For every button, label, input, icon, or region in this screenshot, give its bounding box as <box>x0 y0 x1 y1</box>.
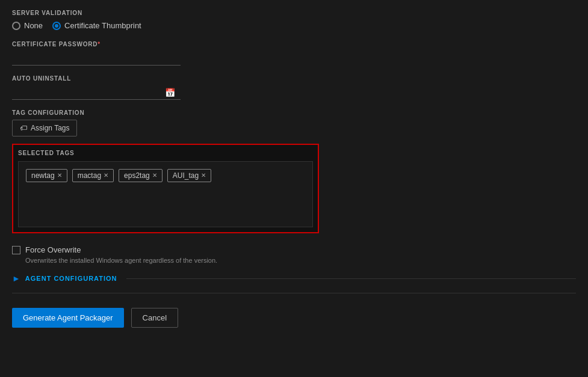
agent-config-title: AGENT CONFIGURATION <box>25 275 117 282</box>
date-input-wrapper: 📅 <box>12 85 181 100</box>
agent-config-header[interactable]: ► AGENT CONFIGURATION <box>12 274 576 283</box>
radio-certificate-circle[interactable] <box>52 22 61 30</box>
tag-aui-tag-remove[interactable]: ✕ <box>201 173 206 179</box>
tag-newtag-remove[interactable]: ✕ <box>57 173 62 179</box>
chevron-right-icon: ► <box>12 274 20 283</box>
selected-tags-inner: newtag ✕ mactag ✕ eps2tag ✕ AUI_tag ✕ <box>18 161 313 227</box>
cert-password-input[interactable] <box>12 51 181 66</box>
tag-newtag-label: newtag <box>31 171 55 180</box>
assign-tags-label: Assign Tags <box>31 124 69 132</box>
auto-uninstall-input[interactable] <box>12 85 162 99</box>
radio-certificate[interactable]: Certificate Thumbprint <box>52 21 141 30</box>
tag-config-label: TAG CONFIGURATION <box>12 109 576 116</box>
tags-row: newtag ✕ mactag ✕ eps2tag ✕ AUI_tag ✕ <box>26 169 305 182</box>
auto-uninstall-label: AUTO UNINSTALL <box>12 75 576 82</box>
tag-eps2tag-remove[interactable]: ✕ <box>152 173 157 179</box>
calendar-icon[interactable]: 📅 <box>162 87 178 99</box>
tag-chip-eps2tag: eps2tag ✕ <box>119 169 162 182</box>
force-overwrite-description: Overwrites the installed Windows agent r… <box>25 257 576 264</box>
force-overwrite-checkbox[interactable] <box>12 246 20 254</box>
required-indicator: * <box>97 41 101 48</box>
footer-buttons: Generate Agent Packager Cancel <box>12 308 576 328</box>
radio-none-label: None <box>24 21 43 30</box>
tag-chip-aui-tag: AUI_tag ✕ <box>167 169 211 182</box>
generate-button[interactable]: Generate Agent Packager <box>12 308 124 328</box>
tag-mactag-remove[interactable]: ✕ <box>104 173 108 179</box>
selected-tags-label: SELECTED TAGS <box>18 150 313 156</box>
tag-chip-newtag: newtag ✕ <box>26 169 67 182</box>
radio-none[interactable]: None <box>12 21 43 30</box>
cancel-button[interactable]: Cancel <box>131 308 178 328</box>
tag-mactag-label: mactag <box>78 171 101 180</box>
tag-aui-tag-label: AUI_tag <box>173 171 199 180</box>
tag-eps2tag-label: eps2tag <box>124 171 150 180</box>
server-validation-label: SERVER VALIDATION <box>12 10 576 16</box>
radio-certificate-label: Certificate Thumbprint <box>64 21 141 30</box>
assign-tags-button[interactable]: 🏷 Assign Tags <box>12 120 77 136</box>
radio-none-circle[interactable] <box>12 22 20 30</box>
force-overwrite-row: Force Overwrite <box>12 245 576 254</box>
server-validation-group: None Certificate Thumbprint <box>12 21 576 30</box>
cert-password-label: CERTIFICATE PASSWORD* <box>12 41 576 48</box>
tag-chip-mactag: mactag ✕ <box>72 169 114 182</box>
force-overwrite-label[interactable]: Force Overwrite <box>25 245 81 254</box>
divider-line <box>126 278 576 279</box>
tag-icon: 🏷 <box>20 124 27 132</box>
selected-tags-box: SELECTED TAGS newtag ✕ mactag ✕ eps2tag … <box>12 144 319 233</box>
